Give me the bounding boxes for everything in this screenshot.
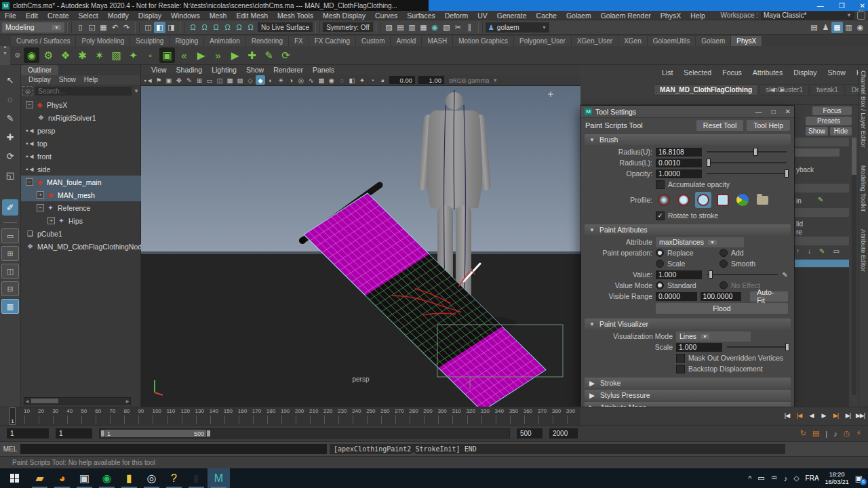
pc-status-icon[interactable]: ▭ [757,474,764,483]
panel-menu-item[interactable]: View [146,66,172,74]
shelf-tab[interactable]: Golaem [696,36,731,46]
attribute-field[interactable] [795,148,840,157]
frame-tick[interactable]: 70 [109,407,123,425]
next-key-button[interactable]: ▶| [831,410,841,421]
render-current-icon[interactable]: ▤ [395,22,406,33]
notification-center-icon[interactable]: ▣6 [855,474,863,483]
workspace-dropdown[interactable]: Maya Classic*▼ [761,12,854,20]
capture-icon[interactable]: ▣ [159,47,175,63]
panel-menu-item[interactable]: Show [241,66,269,74]
value-field[interactable]: 1.000 [656,270,702,279]
photos-icon[interactable]: ▣ [73,468,96,488]
panel-menu-item[interactable]: Lighting [207,66,241,74]
add-plugin-icon[interactable]: ✚ [244,47,260,63]
frame-tick[interactable]: 380 [552,407,566,425]
shelf-tab[interactable]: Rendering [246,36,289,46]
channel-box-icon[interactable]: ▦ [831,22,843,33]
minimize-button[interactable]: — [755,108,762,115]
shelf-tab[interactable]: Arnold [391,36,422,46]
firefox-icon[interactable]: ◕ [51,468,73,488]
maximize-button[interactable]: □ [772,108,776,115]
isolate-select-icon[interactable]: ◌ [337,75,347,85]
outliner-item[interactable]: + ✦ Hips [21,214,141,227]
frame-tick[interactable]: 40 [66,407,81,425]
render-sequence-icon[interactable]: ▧ [441,22,452,33]
ipr-render-icon[interactable]: ▥ [406,22,418,33]
exposure-field[interactable]: 0.00 [389,76,415,84]
lights-icon[interactable]: ☀ [276,75,285,85]
focus-button[interactable]: Focus [812,106,852,115]
outliner-menu-item[interactable]: Display [25,75,54,85]
plugin-settings-icon[interactable]: ✎ [261,47,277,63]
search-input[interactable] [35,87,132,96]
filter-icon[interactable]: ◎ [22,86,33,96]
go-to-end-button[interactable]: ▶▶| [855,410,865,421]
render-icon[interactable]: ▨ [383,22,395,33]
range-max-field[interactable]: 100.0000 [701,292,742,301]
frame-tick[interactable]: 170 [252,407,267,425]
tab-scroll-arrows[interactable]: ◀ ▶ [770,87,787,93]
field-chart-icon[interactable]: ▤ [235,75,245,85]
frame-tick[interactable]: 50 [81,407,95,425]
scale-tool-icon[interactable]: ◱ [2,167,18,183]
spotify-icon[interactable]: ◉ [96,468,118,488]
horizontal-scrollbar[interactable]: ◀▶ [24,397,131,405]
accumulate-opacity-checkbox[interactable] [656,180,665,189]
pencil-icon[interactable]: ✎ [783,271,788,279]
radius-u-field[interactable]: 16.8108 [656,148,702,157]
force-icon[interactable]: ✶ [92,47,107,63]
wireframe-icon[interactable]: ◇ [245,75,255,85]
attribute-editor-menu-item[interactable]: Focus [717,68,747,77]
frame-tick[interactable]: 210 [309,407,323,425]
range-start-handle[interactable] [100,430,105,437]
radius-l-slider[interactable] [705,158,788,167]
maximize-button[interactable]: ❐ [839,2,845,9]
divider[interactable] [478,22,483,33]
paint-select-tool-icon[interactable]: ✎ [2,110,18,126]
attribute-group-bar[interactable] [795,184,849,192]
frame-tick[interactable]: 360 [524,407,538,425]
open-scene-icon[interactable]: ◱ [86,22,98,33]
tool-settings-icon[interactable]: ◉ [854,22,866,33]
menu-item[interactable]: Generate [492,12,532,20]
outliner-item[interactable]: ▪◄ persp [21,124,141,137]
xray-icon[interactable]: ◧ [347,75,357,85]
prev-key-button[interactable]: |◀ [794,410,804,421]
frame-tick[interactable]: 140 [210,407,224,425]
divider[interactable]: | [825,430,827,438]
exposure-icon[interactable]: ◔ [368,75,377,85]
terminal-icon[interactable]: ▮ [185,468,208,488]
frame-tick[interactable]: 340 [495,407,509,425]
command-language-label[interactable]: MEL [0,445,20,453]
select-object-icon[interactable]: ◧ [154,22,165,33]
menu-item[interactable]: Select [74,12,103,20]
value-slider[interactable] [705,270,779,279]
panel-menu-item[interactable]: Panels [308,66,339,74]
shelf-tab[interactable]: Animation [204,36,245,46]
redo-icon[interactable]: ↷ [121,22,132,33]
tool-help-button[interactable]: Tool Help [747,120,790,131]
emitter-icon[interactable]: ◦ [142,47,158,63]
shelf-tab[interactable]: Poly Modeling [76,36,130,46]
sound-icon[interactable]: ♪ [833,430,837,438]
expand-toggle[interactable]: − [37,204,44,211]
divider[interactable] [135,22,140,33]
explorer-icon[interactable]: ▰ [28,468,51,488]
menu-item[interactable]: Cache [532,12,561,20]
ssao-icon[interactable]: ◎ [296,75,306,85]
rigid-body-icon[interactable]: ❖ [58,47,73,63]
image-plane-icon[interactable]: ▣ [164,75,174,85]
chevron-down-icon[interactable]: ▼ [134,88,139,94]
film-gate-icon[interactable]: ▭ [205,75,214,85]
menu-item[interactable]: Edit [21,12,43,20]
step-back-button[interactable]: ◀ [806,410,816,421]
backstop-displacement-checkbox[interactable] [676,365,685,373]
frame-tick[interactable]: 280 [409,407,423,425]
node-tab[interactable]: MAN_MD_ClothFlagClothing [654,84,758,96]
side-tab[interactable]: Modeling Toolkit [860,165,867,211]
constraint-icon[interactable]: ✱ [75,47,90,63]
range-min-field[interactable]: 0.0000 [656,292,697,301]
shelf-tab[interactable]: Motion Graphics [453,36,514,46]
scale-field[interactable]: 1.000 [676,343,722,352]
presets-button[interactable]: Presets [806,117,852,125]
